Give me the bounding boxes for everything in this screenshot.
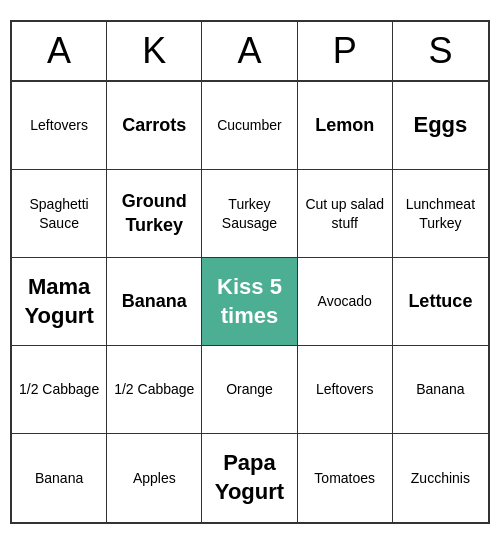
bingo-cell-10: Mama Yogurt (12, 258, 107, 346)
bingo-cell-16: 1/2 Cabbage (107, 346, 202, 434)
header-letter-P-3: P (298, 22, 393, 80)
bingo-cell-1: Carrots (107, 82, 202, 170)
header-letter-S-4: S (393, 22, 488, 80)
bingo-cell-8: Cut up salad stuff (298, 170, 393, 258)
bingo-card: AKAPS LeftoversCarrotsCucumberLemonEggsS… (10, 20, 490, 524)
bingo-cell-2: Cucumber (202, 82, 297, 170)
bingo-cell-15: 1/2 Cabbage (12, 346, 107, 434)
bingo-cell-5: Spaghetti Sauce (12, 170, 107, 258)
bingo-cell-18: Leftovers (298, 346, 393, 434)
bingo-cell-24: Zucchinis (393, 434, 488, 522)
bingo-cell-7: Turkey Sausage (202, 170, 297, 258)
bingo-cell-9: Lunchmeat Turkey (393, 170, 488, 258)
bingo-cell-22: Papa Yogurt (202, 434, 297, 522)
bingo-cell-6: Ground Turkey (107, 170, 202, 258)
bingo-cell-21: Apples (107, 434, 202, 522)
bingo-cell-3: Lemon (298, 82, 393, 170)
bingo-cell-12: Kiss 5 times (202, 258, 297, 346)
bingo-cell-13: Avocado (298, 258, 393, 346)
bingo-cell-23: Tomatoes (298, 434, 393, 522)
bingo-cell-0: Leftovers (12, 82, 107, 170)
header-letter-K-1: K (107, 22, 202, 80)
header-letter-A-0: A (12, 22, 107, 80)
bingo-cell-14: Lettuce (393, 258, 488, 346)
bingo-cell-11: Banana (107, 258, 202, 346)
header-letter-A-2: A (202, 22, 297, 80)
header-row: AKAPS (12, 22, 488, 82)
bingo-cell-20: Banana (12, 434, 107, 522)
bingo-cell-4: Eggs (393, 82, 488, 170)
bingo-grid: LeftoversCarrotsCucumberLemonEggsSpaghet… (12, 82, 488, 522)
bingo-cell-17: Orange (202, 346, 297, 434)
bingo-cell-19: Banana (393, 346, 488, 434)
